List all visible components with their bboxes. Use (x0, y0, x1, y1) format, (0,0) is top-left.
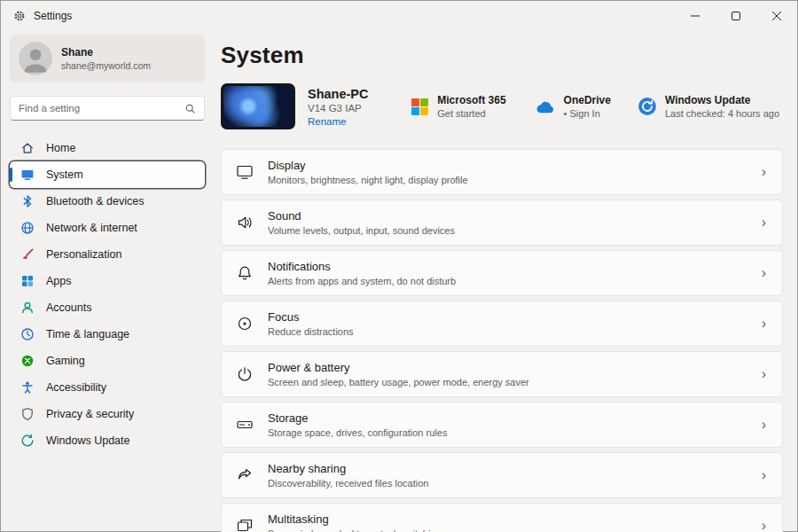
sidebar-item-label: Privacy & security (46, 408, 134, 420)
settings-row-storage[interactable]: Storage Storage space, drives, configura… (221, 402, 783, 448)
chevron-right-icon: › (762, 468, 766, 482)
rename-link[interactable]: Rename (308, 116, 369, 127)
promo-subtitle: Get started (437, 108, 505, 119)
caption-buttons (675, 1, 797, 31)
sidebar-item-personalization[interactable]: Personalization (10, 241, 205, 268)
microsoft-365-logo-icon (411, 98, 429, 116)
windows-update-icon (638, 97, 657, 116)
settings-row-focus[interactable]: Focus Reduce distractions › (221, 301, 783, 347)
user-email: shane@myworld.com (61, 60, 151, 71)
row-subtitle: Discoverability, received files location (268, 478, 428, 489)
promo-cards: Microsoft 365 Get started OneDrive • (411, 94, 783, 119)
sidebar-item-label: Personalization (46, 248, 121, 261)
search-box (10, 96, 205, 121)
settings-row-nearby-sharing[interactable]: Nearby sharing Discoverability, received… (221, 452, 783, 498)
promo-title: OneDrive (564, 94, 611, 106)
titlebar: Settings (1, 1, 797, 31)
settings-row-display[interactable]: Display Monitors, brightness, night ligh… (221, 149, 783, 195)
row-title: Sound (268, 209, 455, 223)
row-title: Power & battery (268, 361, 529, 374)
system-monitor-icon (20, 168, 35, 182)
row-title: Storage (268, 411, 447, 425)
sidebar: Shane shane@myworld.com (1, 31, 214, 531)
settings-row-power-battery[interactable]: Power & battery Screen and sleep, batter… (221, 351, 783, 397)
settings-row-notifications[interactable]: Notifications Alerts from apps and syste… (221, 250, 783, 296)
chevron-right-icon: › (762, 519, 766, 532)
sidebar-item-label: Gaming (46, 355, 85, 367)
storage-drive-icon (236, 416, 254, 434)
row-subtitle: Reduce distractions (268, 326, 354, 337)
sidebar-item-network-internet[interactable]: Network & internet (10, 215, 205, 241)
chevron-right-icon: › (762, 266, 766, 280)
sidebar-item-windows-update[interactable]: Windows Update (10, 427, 205, 454)
sidebar-item-label: Accessibility (46, 381, 106, 394)
user-profile-card[interactable]: Shane shane@myworld.com (10, 35, 205, 82)
sidebar-item-label: System (46, 168, 83, 181)
content-area: Shane shane@myworld.com (1, 31, 797, 531)
microsoft-365-card[interactable]: Microsoft 365 Get started (411, 94, 505, 119)
settings-window: Settings (0, 0, 798, 532)
paintbrush-icon (20, 247, 35, 262)
row-subtitle: Storage space, drives, configuration rul… (268, 427, 447, 438)
device-name: Shane-PC (308, 87, 369, 101)
sidebar-item-label: Apps (46, 275, 72, 287)
sidebar-item-bluetooth-devices[interactable]: Bluetooth & devices (10, 188, 205, 215)
sidebar-item-accounts[interactable]: Accounts (10, 294, 205, 321)
sidebar-item-privacy-security[interactable]: Privacy & security (10, 401, 205, 427)
onedrive-cloud-icon (533, 99, 556, 114)
sidebar-item-time-language[interactable]: Time & language (10, 321, 205, 348)
maximize-button[interactable] (716, 1, 756, 31)
sidebar-item-accessibility[interactable]: Accessibility (10, 374, 205, 401)
bluetooth-icon (20, 194, 35, 208)
chevron-right-icon: › (762, 215, 766, 230)
chevron-right-icon: › (762, 165, 766, 179)
minimize-button[interactable] (675, 1, 716, 31)
close-button[interactable] (756, 1, 797, 31)
sidebar-item-home[interactable]: Home (10, 135, 205, 161)
promo-title: Windows Update (665, 94, 779, 106)
sidebar-item-label: Time & language (46, 328, 129, 340)
window-title: Settings (34, 10, 72, 22)
settings-gear-icon (13, 10, 26, 22)
speaker-icon (236, 214, 254, 231)
device-wallpaper-thumbnail (221, 83, 295, 129)
xbox-icon (20, 354, 35, 368)
sidebar-item-label: Accounts (46, 301, 91, 314)
update-arrows-icon (20, 434, 35, 448)
settings-row-multitasking[interactable]: Multitasking Snap windows, desktops, tas… (221, 503, 783, 532)
clock-icon (20, 327, 35, 341)
sidebar-nav: Home System (10, 135, 205, 454)
sidebar-item-apps[interactable]: Apps (10, 268, 205, 294)
chevron-right-icon: › (762, 418, 766, 432)
sidebar-item-system[interactable]: System (10, 161, 205, 188)
row-subtitle: Snap windows, desktops, task switching (268, 528, 442, 532)
user-name: Shane (61, 46, 151, 59)
main-panel: System Shane-PC V14 G3 IAP Rename (214, 31, 797, 531)
sidebar-item-label: Bluetooth & devices (46, 195, 145, 207)
windows-update-card[interactable]: Windows Update Last checked: 4 hours ago (638, 94, 779, 119)
onedrive-card[interactable]: OneDrive • Sign In (533, 94, 611, 119)
person-icon (20, 301, 35, 315)
focus-target-icon (236, 315, 254, 332)
bell-icon (236, 264, 254, 282)
accessibility-person-icon (20, 380, 35, 395)
row-title: Multitasking (268, 512, 442, 526)
search-input[interactable] (19, 103, 184, 113)
row-title: Display (268, 159, 468, 172)
row-subtitle: Screen and sleep, battery usage, power m… (268, 377, 529, 387)
row-title: Focus (268, 310, 354, 324)
row-subtitle: Monitors, brightness, night light, displ… (268, 175, 468, 185)
sidebar-item-gaming[interactable]: Gaming (10, 348, 205, 374)
sidebar-item-label: Home (46, 142, 75, 154)
promo-subtitle: Last checked: 4 hours ago (665, 108, 779, 119)
power-icon (236, 365, 254, 383)
row-title: Notifications (268, 260, 456, 273)
promo-subtitle: • Sign In (564, 108, 611, 119)
row-subtitle: Alerts from apps and system, do not dist… (268, 276, 456, 286)
search-icon (184, 103, 196, 114)
apps-grid-icon (20, 274, 35, 288)
row-subtitle: Volume levels, output, input, sound devi… (268, 225, 455, 236)
chevron-right-icon: › (762, 317, 766, 331)
settings-row-sound[interactable]: Sound Volume levels, output, input, soun… (221, 200, 783, 246)
row-title: Nearby sharing (268, 462, 428, 475)
